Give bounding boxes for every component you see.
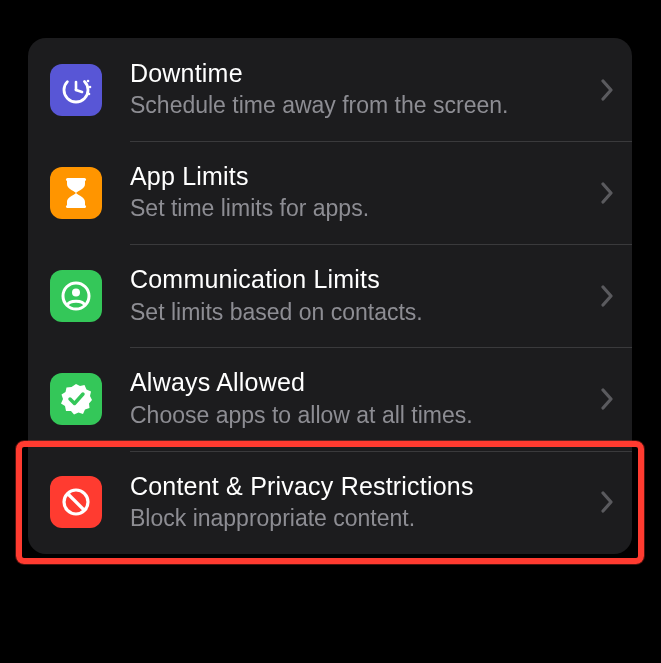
check-seal-icon [50, 373, 102, 425]
list-item-text: Always AllowedChoose apps to allow at al… [130, 367, 590, 430]
list-item-title: Content & Privacy Restrictions [130, 471, 590, 502]
prohibit-icon [50, 476, 102, 528]
svg-rect-7 [66, 205, 86, 208]
hourglass-icon [50, 167, 102, 219]
chevron-right-icon [600, 79, 614, 101]
chevron-right-icon [600, 285, 614, 307]
chevron-right-icon [600, 491, 614, 513]
chevron-right-icon [600, 388, 614, 410]
list-item-subtitle: Set limits based on contacts. [130, 298, 590, 328]
svg-rect-6 [66, 178, 86, 181]
settings-list: DowntimeSchedule time away from the scre… [28, 38, 632, 554]
list-item-always-allowed[interactable]: Always AllowedChoose apps to allow at al… [28, 347, 632, 450]
person-circle-icon [50, 270, 102, 322]
list-item-title: Communication Limits [130, 264, 590, 295]
svg-point-4 [89, 85, 92, 88]
downtime-icon [50, 64, 102, 116]
svg-line-11 [68, 494, 85, 511]
list-item-subtitle: Set time limits for apps. [130, 194, 590, 224]
list-item-title: Always Allowed [130, 367, 590, 398]
svg-point-9 [72, 288, 80, 296]
svg-point-5 [88, 92, 91, 95]
list-item-subtitle: Schedule time away from the screen. [130, 91, 590, 121]
list-item-content-privacy[interactable]: Content & Privacy RestrictionsBlock inap… [28, 451, 632, 554]
list-item-text: Content & Privacy RestrictionsBlock inap… [130, 471, 590, 534]
list-item-text: App LimitsSet time limits for apps. [130, 161, 590, 224]
list-item-title: Downtime [130, 58, 590, 89]
list-item-downtime[interactable]: DowntimeSchedule time away from the scre… [28, 38, 632, 141]
svg-line-2 [76, 90, 82, 92]
list-item-text: DowntimeSchedule time away from the scre… [130, 58, 590, 121]
list-item-title: App Limits [130, 161, 590, 192]
list-item-app-limits[interactable]: App LimitsSet time limits for apps. [28, 141, 632, 244]
svg-point-3 [87, 79, 90, 82]
list-item-subtitle: Choose apps to allow at all times. [130, 401, 590, 431]
chevron-right-icon [600, 182, 614, 204]
list-item-text: Communication LimitsSet limits based on … [130, 264, 590, 327]
list-item-subtitle: Block inappropriate content. [130, 504, 590, 534]
list-item-communication-limits[interactable]: Communication LimitsSet limits based on … [28, 244, 632, 347]
